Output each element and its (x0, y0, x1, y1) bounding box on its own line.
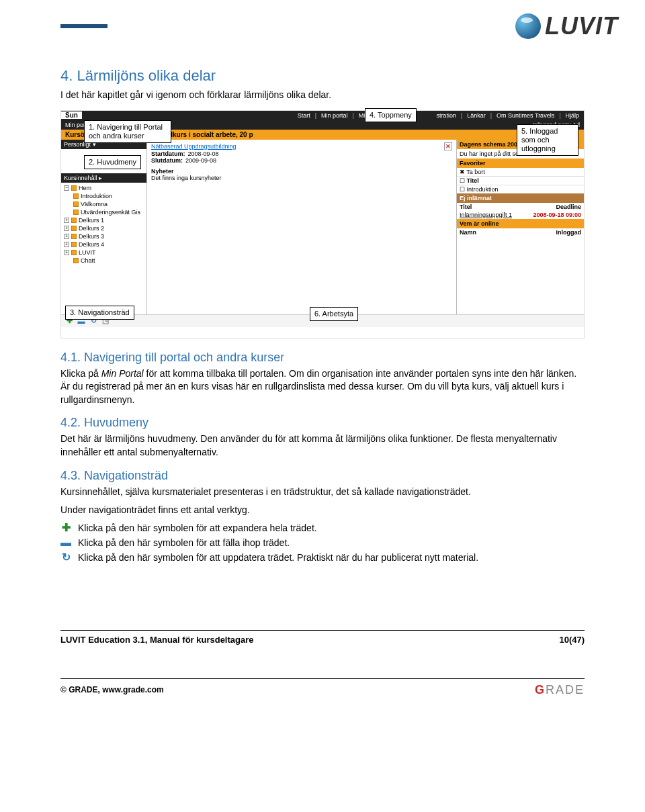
start-date-value: 2008-09-08 (188, 150, 219, 157)
copyright-text: © GRADE, www.grade.com (60, 685, 164, 694)
section-4-1-body: Klicka på Min Portal för att komma tillb… (60, 367, 585, 407)
section-4-intro: I det här kapitlet går vi igenom och för… (60, 89, 585, 102)
expand-text: Klicka på den här symbolen för att expan… (78, 523, 317, 533)
expand-instruction: ✚ Klicka på den här symbolen för att exp… (60, 523, 585, 533)
section-4-3-heading: 4.3. Navigationsträd (60, 469, 585, 483)
collapse-instruction: ▬ Klicka på den här symbolen för att fäl… (60, 537, 585, 548)
footer-title: LUVIT Education 3.1, Manual för kursdelt… (60, 635, 254, 645)
page-number: 10(47) (559, 635, 585, 645)
ej-inlamnat-header: Ej inlämnat (457, 193, 584, 203)
assignment-link[interactable]: Inlämningsuppgift 1 (460, 212, 512, 218)
nav-tree: −Hem Introduktion Välkomna Utvärderingse… (61, 183, 146, 266)
news-body: Det finns inga kursnyheter (151, 175, 452, 181)
menu-hjalp[interactable]: Hjälp (563, 112, 581, 119)
assign-titel-col: Titel (460, 204, 472, 210)
globe-icon (515, 13, 541, 39)
brand-text: LUVIT (545, 12, 618, 40)
tree-utvardering[interactable]: Utvärderingsenkät Gis (64, 208, 144, 216)
grade-logo: GRADE (535, 683, 585, 697)
favoriter-header: Favoriter (457, 159, 584, 168)
right-sidebar: Dagens schema 2008- Du har inget på ditt… (456, 140, 584, 314)
fav-item-introduktion[interactable]: Introduktion (467, 186, 499, 193)
app-brand: Sun (61, 111, 82, 119)
assignment-deadline: 2008-09-18 09:00 (533, 212, 581, 218)
tree-luvit[interactable]: +LUVIT (64, 249, 144, 257)
section-4-2-body: Det här är lärmiljöns huvudmeny. Den anv… (60, 433, 585, 459)
callout-2: 2. Huvudmeny (84, 155, 141, 169)
tree-delkurs4[interactable]: +Delkurs 4 (64, 240, 144, 249)
refresh-icon: ↻ (60, 552, 71, 563)
header-accent (60, 24, 108, 28)
minus-icon: ▬ (60, 537, 71, 548)
menu-om[interactable]: Om Suntimes Travels (494, 112, 556, 119)
tree-delkurs1[interactable]: +Delkurs 1 (64, 216, 144, 224)
section-4-1-heading: 4.1. Navigering till portal och andra ku… (60, 351, 585, 365)
news-heading: Nyheter (151, 168, 452, 175)
tree-chatt[interactable]: Chatt (64, 257, 144, 265)
course-sub-link[interactable]: Nätbaserad Uppdragsutbildning (151, 143, 236, 150)
callout-3: 3. Navigationsträd (65, 306, 134, 320)
top-menubar: Sun Start| Min portal| Mina ku stration|… (61, 111, 584, 120)
page-footer: LUVIT Education 3.1, Manual för kursdelt… (60, 630, 585, 645)
workspace: Nätbaserad Uppdragsutbildning ✕ Startdat… (147, 140, 456, 314)
callout-6: 6. Arbetsyta (310, 307, 358, 321)
callout-1: 1. Navigering till Portal och andra kurs… (84, 120, 171, 143)
menu-lankar[interactable]: Länkar (465, 112, 488, 119)
online-name-col: Namn (460, 229, 476, 236)
menu-min-portal[interactable]: Min portal (319, 112, 350, 119)
annotated-screenshot: 1. Navigering till Portal och andra kurs… (60, 110, 585, 339)
plus-icon: ✚ (60, 523, 71, 533)
section-4-3-p2: Under navigationträdet finns ett antal v… (60, 504, 585, 517)
menu-admin[interactable]: stration (434, 112, 458, 119)
online-header: Vem är online (457, 219, 584, 228)
copyright-footer: © GRADE, www.grade.com GRADE (60, 678, 585, 697)
refresh-instruction: ↻ Klicka på den här symbolen för att upp… (60, 552, 585, 563)
brand-logo: LUVIT (515, 12, 618, 40)
tree-valkomna[interactable]: Välkomna (64, 200, 144, 208)
end-date-label: Slutdatum: (151, 157, 183, 164)
section-4-heading: 4. Lärmiljöns olika delar (60, 67, 585, 85)
tree-introduktion[interactable]: Introduktion (64, 192, 144, 200)
tree-hem[interactable]: −Hem (64, 184, 144, 192)
kursinnehall-header[interactable]: Kursinnehåll ▸ (61, 173, 146, 183)
remove-button[interactable]: Ta bort (466, 169, 485, 175)
section-4-2-heading: 4.2. Huvudmeny (60, 416, 585, 430)
assign-deadline-col: Deadline (556, 204, 581, 210)
callout-4: 4. Toppmeny (365, 108, 417, 122)
callout-5: 5. Inloggad som och utloggning (517, 124, 578, 156)
fav-titel-col: Titel (467, 177, 479, 184)
top-menu-items: Start| Min portal| Mina ku stration| Län… (296, 112, 584, 119)
start-date-label: Startdatum: (151, 150, 185, 157)
tree-delkurs2[interactable]: +Delkurs 2 (64, 224, 144, 232)
page-header: LUVIT (0, 12, 645, 40)
tree-delkurs3[interactable]: +Delkurs 3 (64, 232, 144, 240)
online-logged-col: Inloggad (556, 229, 582, 236)
section-4-3-p1: Kursinnehållet, själva kursmaterialet pr… (60, 486, 585, 499)
collapse-text: Klicka på den här symbolen för att fälla… (78, 537, 290, 548)
refresh-text: Klicka på den här symbolen för att uppda… (78, 552, 478, 563)
close-icon[interactable]: ✕ (444, 142, 452, 150)
end-date-value: 2009-09-08 (185, 157, 216, 164)
menu-start[interactable]: Start (296, 112, 312, 119)
